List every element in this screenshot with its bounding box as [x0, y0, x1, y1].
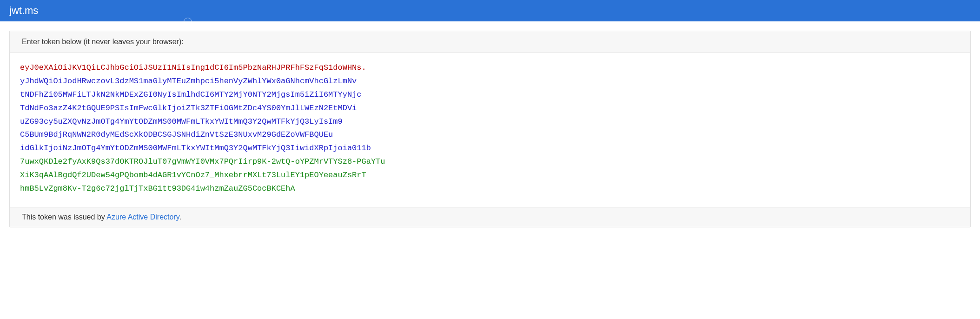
issuer-link[interactable]: Azure Active Directory	[106, 213, 179, 221]
jwt-payload-line: idGlkIjoiNzJmOTg4YmYtODZmMS00MWFmLTkxYWI…	[20, 144, 371, 153]
issuer-suffix: .	[179, 213, 181, 221]
jwt-header-segment: eyJ0eXAiOiJKV1QiLCJhbGciOiJSUzI1NiIsIng1…	[20, 63, 362, 72]
jwt-payload-line: yJhdWQiOiJodHRwczovL3dzMS1maGlyMTEuZmhpc…	[20, 77, 357, 86]
jwt-signature-line: 7uwxQKDle2fyAxK9Qs37dOKTROJluT07gVmWYI0V…	[20, 157, 385, 166]
content-wrapper: Enter token below (it never leaves your …	[0, 21, 980, 237]
app-header: jwt.ms	[0, 0, 980, 21]
jwt-signature-line: hmB5LvZgm8Kv-T2g6c72jglTjTxBG1tt93DG4iw4…	[20, 184, 295, 193]
issuer-footer: This token was issued by Azure Active Di…	[10, 207, 970, 227]
token-input-area[interactable]: eyJ0eXAiOiJKV1QiLCJhbGciOiJSUzI1NiIsIng1…	[10, 53, 970, 207]
token-panel: Enter token below (it never leaves your …	[9, 31, 971, 227]
jwt-header-dot: .	[362, 63, 366, 72]
jwt-payload-line: TdNdFo3azZ4K2tGQUE9PSIsImFwcGlkIjoiZTk3Z…	[20, 104, 357, 113]
panel-instruction: Enter token below (it never leaves your …	[10, 31, 970, 53]
app-title: jwt.ms	[9, 5, 38, 16]
header-decorative-circle	[184, 18, 192, 26]
jwt-payload-line: C5BUm9BdjRqNWN2R0dyMEdScXkODBCSGJSNHdiZn…	[20, 130, 333, 139]
jwt-payload-line: uZG93cy5uZXQvNzJmOTg4YmYtODZmMS00MWFmLTk…	[20, 117, 343, 126]
jwt-signature-line: XiK3qAAlBgdQf2UDew54gPQbomb4dAGR1vYCnOz7…	[20, 171, 366, 179]
issuer-prefix: This token was issued by	[22, 213, 106, 221]
jwt-payload-line: tNDFhZi05MWFiLTJkN2NkMDExZGI0NyIsImlhdCI…	[20, 90, 362, 99]
